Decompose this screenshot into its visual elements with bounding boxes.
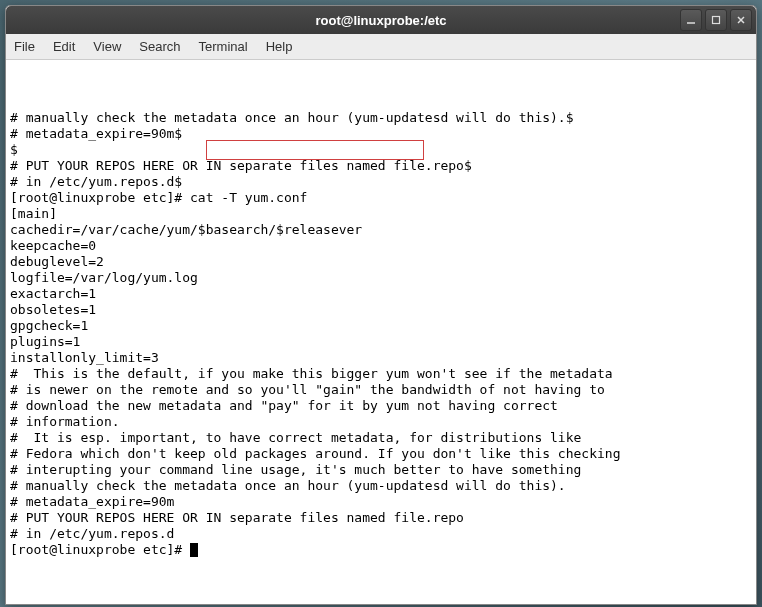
menu-view[interactable]: View — [93, 39, 121, 54]
terminal-line: # metadata_expire=90m — [10, 494, 752, 510]
terminal-line: [root@linuxprobe etc]# — [10, 542, 752, 558]
terminal-line: # in /etc/yum.repos.d — [10, 526, 752, 542]
terminal-line: debuglevel=2 — [10, 254, 752, 270]
menu-search[interactable]: Search — [139, 39, 180, 54]
minimize-button[interactable] — [680, 9, 702, 31]
window-controls — [680, 9, 752, 31]
maximize-icon — [711, 15, 721, 25]
terminal-line: # PUT YOUR REPOS HERE OR IN separate fil… — [10, 158, 752, 174]
terminal-line: # download the new metadata and "pay" fo… — [10, 398, 752, 414]
terminal-line: $ — [10, 142, 752, 158]
terminal-line: # interupting your command line usage, i… — [10, 462, 752, 478]
terminal-line: obsoletes=1 — [10, 302, 752, 318]
terminal-line: # is newer on the remote and so you'll "… — [10, 382, 752, 398]
terminal-window: root@linuxprobe:/etc File Edit View Sear… — [5, 5, 757, 605]
terminal-line: [root@linuxprobe etc]# cat -T yum.conf — [10, 190, 752, 206]
terminal-line: # in /etc/yum.repos.d$ — [10, 174, 752, 190]
terminal-line: [main] — [10, 206, 752, 222]
terminal-line: # manually check the metadata once an ho… — [10, 478, 752, 494]
menu-terminal[interactable]: Terminal — [199, 39, 248, 54]
cursor — [190, 543, 198, 557]
terminal-line: # Fedora which don't keep old packages a… — [10, 446, 752, 462]
menu-help[interactable]: Help — [266, 39, 293, 54]
terminal-line: # information. — [10, 414, 752, 430]
terminal-line: logfile=/var/log/yum.log — [10, 270, 752, 286]
menu-edit[interactable]: Edit — [53, 39, 75, 54]
terminal-line: keepcache=0 — [10, 238, 752, 254]
terminal-line: # metadata_expire=90m$ — [10, 126, 752, 142]
terminal-line: # This is the default, if you make this … — [10, 366, 752, 382]
menu-file[interactable]: File — [14, 39, 35, 54]
terminal-line: exactarch=1 — [10, 286, 752, 302]
svg-rect-1 — [713, 17, 720, 24]
close-button[interactable] — [730, 9, 752, 31]
menubar: File Edit View Search Terminal Help — [6, 34, 756, 60]
window-title: root@linuxprobe:/etc — [315, 13, 446, 28]
terminal-line: # It is esp. important, to have correct … — [10, 430, 752, 446]
terminal-line: # PUT YOUR REPOS HERE OR IN separate fil… — [10, 510, 752, 526]
terminal-line: cachedir=/var/cache/yum/$basearch/$relea… — [10, 222, 752, 238]
terminal-line: # manually check the metadata once an ho… — [10, 110, 752, 126]
maximize-button[interactable] — [705, 9, 727, 31]
titlebar[interactable]: root@linuxprobe:/etc — [6, 6, 756, 34]
terminal-area[interactable]: # manually check the metadata once an ho… — [6, 60, 756, 604]
terminal-line: gpgcheck=1 — [10, 318, 752, 334]
close-icon — [736, 15, 746, 25]
terminal-line: plugins=1 — [10, 334, 752, 350]
minimize-icon — [686, 15, 696, 25]
terminal-line: installonly_limit=3 — [10, 350, 752, 366]
